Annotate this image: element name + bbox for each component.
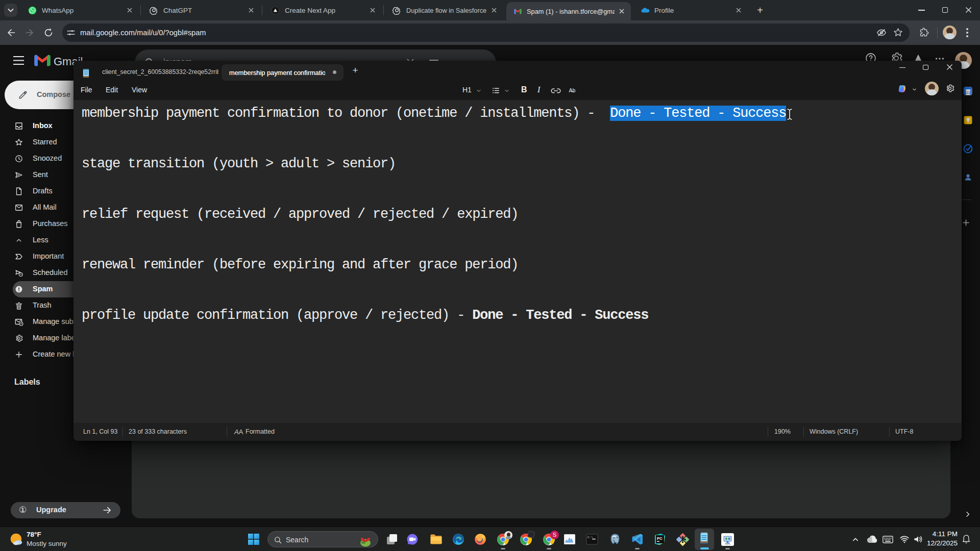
svg-text:C:\_: C:\_	[587, 536, 595, 539]
svg-text:TaskPro: TaskPro	[725, 543, 730, 545]
svg-text:PC: PC	[657, 536, 663, 541]
svg-text:31: 31	[966, 90, 970, 95]
